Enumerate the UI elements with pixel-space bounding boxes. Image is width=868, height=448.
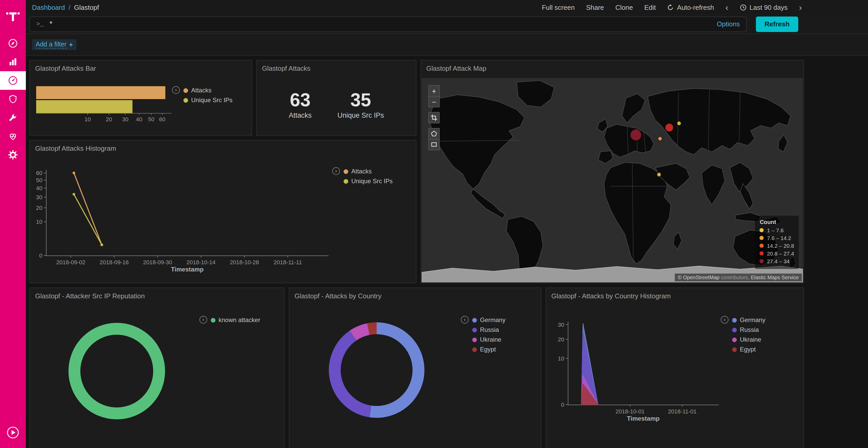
area-chart-canvas[interactable]: 01020302018-10-012018-11-01Timestamp — [546, 304, 804, 433]
legend-toggle-icon[interactable]: › — [721, 316, 728, 323]
legend-label: Attacks — [191, 87, 212, 94]
line-chart-canvas[interactable]: 01020304050602018-09-022018-09-162018-09… — [30, 156, 371, 280]
sidebar-item-monitoring[interactable] — [0, 127, 26, 145]
svg-text:40: 40 — [36, 185, 42, 192]
panel-title: Glastopf Attacks Bar — [30, 60, 252, 76]
donut-chart-canvas[interactable] — [30, 288, 284, 448]
telekom-logo-icon[interactable] — [6, 5, 20, 28]
panel-title: Glastopf - Attacker Src IP Reputation — [30, 288, 284, 304]
legend-item[interactable]: known attacker — [211, 316, 260, 323]
map-legend-range: 1 – 7.6 — [760, 227, 794, 233]
legend-range-label: 7.6 – 14.2 — [767, 235, 791, 241]
legend-label: Unique Src IPs — [351, 177, 393, 185]
legend-label: Russia — [740, 326, 759, 334]
map-legend-title: Count — [760, 219, 794, 225]
legend-item[interactable]: Russia — [472, 326, 505, 334]
time-range-button[interactable]: Last 90 days — [740, 3, 787, 11]
play-icon — [6, 426, 20, 439]
legend-toggle-icon[interactable]: › — [172, 86, 180, 94]
map-draw-rectangle-button[interactable] — [428, 139, 440, 150]
sidebar — [0, 0, 26, 448]
breadcrumb-dashboard-link[interactable]: Dashboard — [32, 3, 65, 11]
topbar-actions: Full screen Share Clone Edit Auto-refres… — [542, 3, 802, 12]
legend-item[interactable]: Egypt — [472, 346, 505, 353]
refresh-button[interactable]: Refresh — [756, 16, 798, 32]
bar-chart-canvas[interactable]: 102030405060 — [34, 83, 189, 125]
svg-text:2018-11-01: 2018-11-01 — [668, 408, 697, 415]
map-controls: + − — [428, 85, 440, 150]
world-map[interactable]: + − — [422, 78, 803, 282]
legend-range-label: 1 – 7.6 — [767, 227, 783, 233]
legend-item[interactable]: Germany — [732, 316, 766, 323]
legend-item[interactable]: Attacks — [344, 168, 393, 175]
query-value: * — [49, 20, 53, 28]
legend-item[interactable]: Germany — [472, 316, 505, 323]
query-options-link[interactable]: Options — [717, 20, 740, 28]
legend-range-label: 14.2 – 20.8 — [767, 243, 794, 249]
legend-toggle-icon[interactable]: › — [199, 316, 207, 323]
donut-chart-canvas[interactable] — [289, 288, 541, 448]
svg-text:10: 10 — [85, 116, 91, 123]
sidebar-nav — [0, 34, 26, 164]
sidebar-item-dev-tools[interactable] — [0, 108, 26, 127]
metric-value: 35 — [337, 90, 384, 110]
sidebar-item-security[interactable] — [0, 90, 26, 108]
legend-color-dot — [472, 337, 477, 342]
auto-refresh-button[interactable]: Auto-refresh — [667, 3, 714, 11]
panel-title: Glastopf - Attacks by Country Histogram — [546, 288, 803, 304]
legend-item[interactable]: Ukraine — [732, 336, 766, 343]
svg-text:2018-09-30: 2018-09-30 — [143, 259, 172, 266]
map-fit-data-button[interactable] — [428, 112, 440, 123]
map-canvas[interactable] — [422, 78, 803, 282]
breadcrumb: Dashboard / Glastopf — [32, 3, 99, 11]
legend-label: Egypt — [480, 346, 496, 353]
legend-toggle-icon[interactable]: › — [461, 316, 469, 323]
map-zoom-out-button[interactable]: − — [428, 96, 440, 107]
clone-button[interactable]: Clone — [615, 3, 633, 11]
time-range-back-button[interactable]: ‹ — [725, 3, 728, 12]
legend-item[interactable]: Unique Src IPs — [183, 97, 232, 104]
map-draw-polygon-button[interactable] — [428, 128, 440, 139]
sidebar-expand-button[interactable] — [0, 423, 26, 442]
svg-text:20: 20 — [106, 116, 112, 123]
legend-item[interactable]: Unique Src IPs — [344, 177, 393, 185]
sidebar-item-visualize[interactable] — [0, 53, 26, 71]
shield-icon — [8, 94, 18, 104]
legend-color-dot — [211, 318, 215, 322]
edit-button[interactable]: Edit — [644, 3, 656, 11]
legend-color-dot — [344, 169, 348, 174]
svg-text:20: 20 — [36, 205, 42, 211]
search-query-input[interactable]: >_ * Options — [29, 16, 747, 32]
legend-item[interactable]: Ukraine — [472, 336, 505, 343]
heartbeat-icon — [8, 131, 18, 141]
metric-row: 63 Attacks 35 Unique Src IPs — [257, 90, 416, 119]
share-button[interactable]: Share — [586, 3, 604, 11]
legend-item[interactable]: Egypt — [732, 346, 766, 353]
legend-color-dot — [183, 88, 188, 93]
legend-color-dot — [472, 347, 477, 352]
sidebar-item-management[interactable] — [0, 145, 26, 164]
svg-text:0: 0 — [561, 402, 564, 408]
svg-text:2018-10-01: 2018-10-01 — [616, 408, 645, 415]
svg-text:50: 50 — [148, 116, 154, 123]
panel-attacks-metric: Glastopf Attacks 63 Attacks 35 Unique Sr… — [256, 60, 416, 136]
legend-item[interactable]: Russia — [732, 326, 766, 334]
legend-toggle-icon[interactable]: › — [332, 167, 340, 175]
map-zoom-in-button[interactable]: + — [428, 85, 440, 97]
metric-attacks: 63 Attacks — [289, 90, 312, 119]
legend-color-dot — [472, 318, 477, 322]
time-range-forward-button[interactable]: › — [799, 3, 802, 12]
crop-icon — [431, 114, 437, 121]
legend-range-label: 20.8 – 27.4 — [767, 250, 794, 256]
map-legend-range: 20.8 – 27.4 — [760, 250, 794, 256]
panel-attacks-by-country: Glastopf - Attacks by Country › GermanyR… — [289, 287, 541, 448]
bar-chart-icon — [8, 57, 18, 67]
sidebar-item-dashboard[interactable] — [0, 71, 26, 90]
svg-text:50: 50 — [36, 177, 42, 183]
add-filter-button[interactable]: Add a filter + — [32, 39, 76, 50]
full-screen-button[interactable]: Full screen — [542, 3, 575, 11]
svg-text:60: 60 — [36, 170, 42, 176]
legend-item[interactable]: Attacks — [183, 87, 232, 94]
svg-text:60: 60 — [159, 116, 165, 123]
sidebar-item-discover[interactable] — [0, 34, 26, 53]
